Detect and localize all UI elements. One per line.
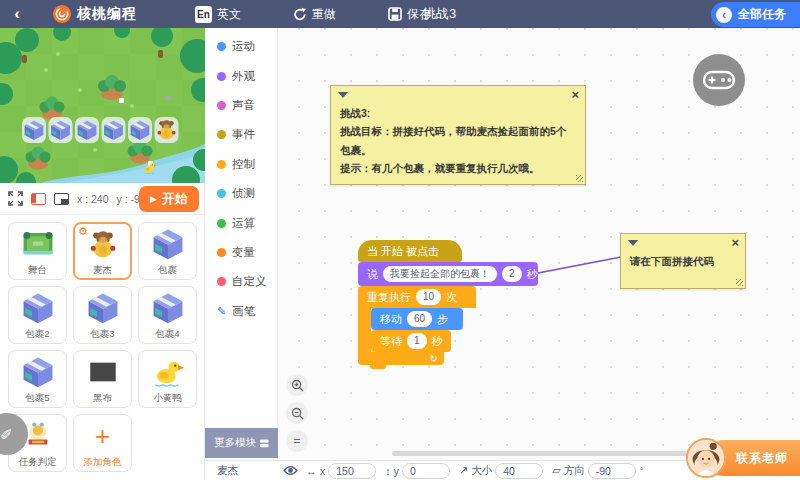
- code-canvas[interactable]: × 挑战3: 挑战目标：拼接好代码，帮助麦杰捡起面前的5个包裹。 提示：有几个包…: [278, 28, 800, 460]
- move-steps-input[interactable]: 60: [407, 311, 432, 327]
- block-when-start-clicked[interactable]: 当 开始 被点击: [358, 240, 462, 262]
- block-wait-secs[interactable]: 等待 1 秒: [371, 330, 451, 352]
- zoom-out-button[interactable]: [286, 402, 308, 424]
- category-dot: [217, 72, 226, 81]
- direction-icon: ▱: [552, 464, 560, 477]
- gamepad-button[interactable]: [692, 53, 746, 111]
- category-外观[interactable]: 外观: [205, 61, 277, 90]
- category-事件[interactable]: 事件: [205, 120, 277, 149]
- zoom-in-button[interactable]: [286, 374, 308, 396]
- size-label: 大小: [471, 464, 492, 478]
- visibility-toggle[interactable]: [283, 465, 298, 476]
- block-category-list: 运动外观声音事件控制侦测运算变量自定义✎画笔: [205, 28, 277, 326]
- say-text-input[interactable]: 我要捡起全部的包裹！: [383, 266, 497, 282]
- sprite-card-包裹4[interactable]: 包裹4: [138, 286, 197, 344]
- pencil-icon: ✎: [0, 428, 16, 441]
- eye-icon: [283, 465, 298, 476]
- category-运算[interactable]: 运算: [205, 208, 277, 237]
- category-dot: [217, 219, 226, 228]
- category-label: 声音: [232, 98, 255, 113]
- stage-icon: [21, 225, 55, 263]
- challenge-goal: 挑战目标：拼接好代码，帮助麦杰捡起面前的5个包裹。: [340, 122, 576, 159]
- teacher-avatar: [686, 438, 726, 478]
- repeat-block-left-arm[interactable]: [358, 308, 371, 352]
- sprite-card-舞台[interactable]: 舞台: [8, 222, 67, 280]
- x-position-input[interactable]: [328, 463, 376, 479]
- stage-preview[interactable]: [0, 28, 205, 183]
- language-toggle[interactable]: En 英文: [195, 6, 241, 23]
- add-icon: +: [95, 417, 110, 455]
- redo-button[interactable]: 重做: [293, 6, 336, 23]
- category-控制[interactable]: 控制: [205, 150, 277, 179]
- back-button[interactable]: ‹: [0, 1, 34, 27]
- left-panel: x : 240 y : -93 ▶ 开始 舞台麦杰⚙包裹包裹2包裹3包裹4包裹5…: [0, 28, 205, 480]
- category-画笔[interactable]: ✎画笔: [205, 297, 277, 326]
- app-root: ‹ 核桃编程 En 英文 重做 保存: [0, 0, 800, 480]
- repeat-block-bottom-arm[interactable]: ↻: [358, 352, 444, 365]
- walnut-logo-icon: [52, 4, 72, 24]
- canvas-horizontal-scrollbar[interactable]: [392, 451, 688, 456]
- challenge-note[interactable]: × 挑战3: 挑战目标：拼接好代码，帮助麦杰捡起面前的5个包裹。 提示：有几个包…: [330, 85, 586, 185]
- category-dot: [217, 160, 226, 169]
- contact-teacher-button[interactable]: 联系老师: [686, 437, 800, 479]
- block-say-for-secs[interactable]: 说 我要捡起全部的包裹！ 2 秒: [358, 262, 538, 286]
- category-dot: [217, 189, 226, 198]
- zoom-out-icon: [291, 407, 304, 420]
- gear-icon[interactable]: ⚙: [78, 225, 88, 238]
- category-label: 自定义: [232, 274, 267, 289]
- category-运动[interactable]: 运动: [205, 32, 277, 61]
- sprite-card-包裹3[interactable]: 包裹3: [73, 286, 132, 344]
- direction-input[interactable]: [588, 463, 636, 479]
- note-collapse-icon[interactable]: [628, 240, 638, 246]
- split-view-icon[interactable]: [31, 193, 46, 205]
- duck-icon: [151, 353, 185, 391]
- say-seconds-input[interactable]: 2: [502, 266, 522, 282]
- wait-seconds-input[interactable]: 1: [407, 333, 427, 349]
- degree-symbol: °: [640, 466, 644, 476]
- fullscreen-icon[interactable]: [8, 191, 23, 206]
- block-move-steps[interactable]: 移动 60 步: [371, 308, 463, 330]
- sprite-card-黑布[interactable]: 黑布: [73, 350, 132, 408]
- category-声音[interactable]: 声音: [205, 91, 277, 120]
- all-tasks-button[interactable]: ‹ 全部任务: [711, 2, 800, 27]
- y-position-input[interactable]: [402, 463, 450, 479]
- x-label: x: [320, 465, 325, 477]
- instruction-note[interactable]: × 请在下面拼接代码: [620, 233, 746, 289]
- category-label: 控制: [232, 157, 255, 172]
- sprite-card-小黄鸭[interactable]: 小黄鸭: [138, 350, 197, 408]
- sprite-list: 舞台麦杰⚙包裹包裹2包裹3包裹4包裹5黑布小黄鸭任务判定+添加角色: [0, 216, 205, 480]
- more-modules-button[interactable]: 更多模块: [205, 428, 278, 458]
- sprite-card-包裹[interactable]: 包裹: [138, 222, 197, 280]
- x-axis-icon: ↔: [306, 465, 317, 477]
- sprite-card-麦杰[interactable]: 麦杰⚙: [73, 222, 132, 280]
- gamepad-icon: [692, 53, 746, 107]
- note-close-icon[interactable]: ×: [571, 87, 579, 102]
- stage-controls: x : 240 y : -93 ▶ 开始: [0, 183, 205, 215]
- block-repeat-times[interactable]: 重复执行 10 次: [358, 286, 476, 308]
- sprite-label: 任务判定: [19, 456, 57, 469]
- sprite-card-添加角色[interactable]: +添加角色: [73, 414, 132, 472]
- category-自定义[interactable]: 自定义: [205, 267, 277, 296]
- small-stage-icon[interactable]: [54, 193, 69, 205]
- zoom-reset-button[interactable]: =: [286, 430, 308, 452]
- note-close-icon[interactable]: ×: [731, 235, 739, 250]
- inspector-sprite-name: 麦杰: [205, 464, 281, 478]
- sprite-card-包裹2[interactable]: 包裹2: [8, 286, 67, 344]
- sprite-label: 包裹2: [25, 328, 49, 341]
- category-侦测[interactable]: 侦测: [205, 179, 277, 208]
- start-button[interactable]: ▶ 开始: [139, 186, 199, 212]
- repeat-count-input[interactable]: 10: [416, 289, 441, 305]
- category-变量[interactable]: 变量: [205, 238, 277, 267]
- y-axis-icon: ↕: [385, 465, 391, 477]
- sprite-label: 包裹4: [155, 328, 179, 341]
- sprite-label: 舞台: [28, 264, 47, 277]
- language-badge: En: [195, 6, 212, 23]
- contact-teacher-label: 联系老师: [726, 450, 800, 467]
- sprite-card-包裹5[interactable]: 包裹5: [8, 350, 67, 408]
- category-label: 画笔: [232, 304, 255, 319]
- size-input[interactable]: [495, 463, 543, 479]
- category-dot: [217, 277, 226, 286]
- box-icon: [151, 225, 185, 263]
- note-collapse-icon[interactable]: [338, 92, 348, 98]
- modules-icon: [260, 439, 269, 448]
